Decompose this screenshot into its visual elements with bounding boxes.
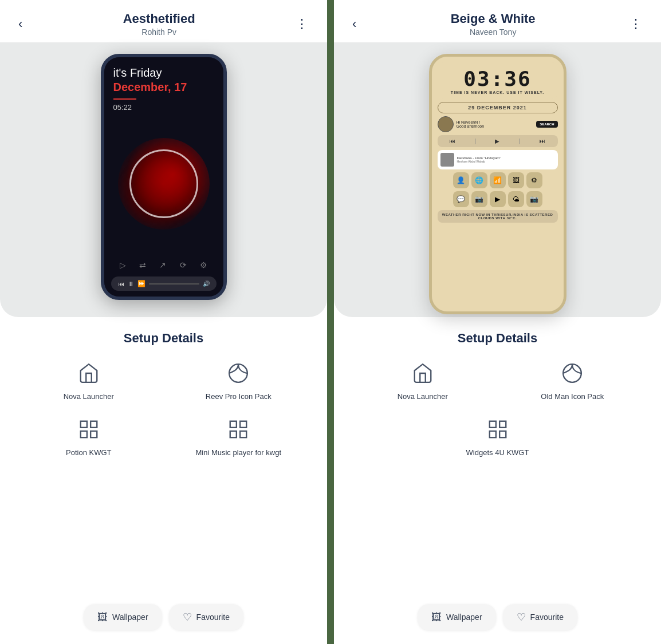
beige-search-button[interactable]: SEARCH <box>536 121 557 128</box>
beige-hi: Hi NaveenN ! <box>457 120 534 124</box>
right-leaf-icon <box>558 359 586 387</box>
left-favourite-label: Favourite <box>196 613 230 622</box>
svg-rect-5 <box>240 421 246 428</box>
left-header: ‹ Aesthetified Rohith Pv ⋮ <box>0 0 327 42</box>
app-icon-chrome: 🌐 <box>471 172 487 188</box>
app-icon-wifi: 📶 <box>490 172 506 188</box>
svg-rect-0 <box>81 421 87 428</box>
beige-avatar <box>438 116 454 132</box>
left-day-text: it's Friday <box>104 57 223 80</box>
beige-icons-row-2: 💬 📷 ▶ 🌤 📷 <box>438 191 558 207</box>
right-favourite-label: Favourite <box>530 613 564 622</box>
left-art <box>104 112 223 256</box>
app-icon-settings: ⚙ <box>526 172 542 188</box>
volume-icon: 🔊 <box>203 280 210 287</box>
svg-rect-4 <box>230 421 237 428</box>
setup-item-reev: Reev Pro Icon Pack <box>168 359 309 402</box>
widget-icon-2 <box>225 416 252 443</box>
right-favourite-button[interactable]: ♡ Favourite <box>503 604 577 630</box>
left-panel: ‹ Aesthetified Rohith Pv ⋮ it's Friday D… <box>0 0 331 644</box>
app-icon-photos: 🖼 <box>508 172 524 188</box>
beige-music-card: Darshana - From "Hridayam" Hesham Abdul … <box>438 150 558 169</box>
beige-sep-1: | <box>475 138 477 144</box>
player-progress <box>149 283 199 285</box>
left-date-prefix: December, <box>113 81 175 93</box>
svg-rect-6 <box>230 431 237 437</box>
right-panel: ‹ Beige & White Naveen Tony ⋮ 03:36 TIME… <box>334 0 661 644</box>
beige-prev-icon: ⏮ <box>450 138 455 144</box>
setup-item-mini-music: Mini Music player for kwgt <box>168 416 309 458</box>
left-setup-section: Setup Details Nova Launcher Reev Pro Ico… <box>0 317 327 595</box>
left-title: Aesthetified <box>27 11 291 26</box>
app-icon-play: ▶ <box>490 191 506 207</box>
settings-icon: ⚙ <box>200 260 207 270</box>
left-phone-area: it's Friday December, 17 05:22 ▷ ⇄ ↗ ⟳ <box>0 42 327 317</box>
beige-tagline: TIME IS NEVER BACK. USE IT WISELY. <box>442 90 553 94</box>
right-setup-item-oldman: Old Man Icon Pack <box>502 359 643 402</box>
left-divider <box>113 98 136 100</box>
right-widget-icon <box>484 416 512 443</box>
right-setup-title: Setup Details <box>352 331 643 346</box>
left-date-highlight: 17 <box>174 81 187 93</box>
right-title: Beige & White <box>361 11 625 26</box>
app-icon-camera: 📷 <box>471 191 487 207</box>
left-art-circle <box>129 149 198 218</box>
setup-label-nova: Nova Launcher <box>64 392 114 402</box>
share-icon: ↗ <box>159 260 166 270</box>
left-wallpaper-button[interactable]: 🖼 Wallpaper <box>84 604 162 630</box>
beige-weather-widget: WEATHER RIGHT NOW IN THRISSUR,INDIA IS S… <box>438 210 558 223</box>
svg-rect-2 <box>81 431 87 437</box>
left-favourite-button[interactable]: ♡ Favourite <box>169 604 243 630</box>
right-phone-mockup: 03:36 TIME IS NEVER BACK. USE IT WISELY.… <box>429 54 566 314</box>
widget-icon-1 <box>75 416 103 443</box>
beige-clock-widget: 03:36 TIME IS NEVER BACK. USE IT WISELY. <box>438 62 558 99</box>
right-back-button[interactable]: ‹ <box>348 14 361 34</box>
left-header-center: Aesthetified Rohith Pv <box>27 11 291 37</box>
setup-item-nova: Nova Launcher <box>18 359 159 402</box>
beige-date-box: 29 DECEMBER 2021 <box>438 102 558 113</box>
left-bottom-bar: 🖼 Wallpaper ♡ Favourite <box>0 595 327 644</box>
right-setup-label-oldman: Old Man Icon Pack <box>541 392 604 402</box>
music-thumbnail <box>440 153 454 167</box>
music-artist: Hesham Abdul Wahab <box>457 160 501 163</box>
beige-player-row: ⏮ | ▶ | ⏭ <box>438 135 558 147</box>
svg-rect-1 <box>91 421 97 428</box>
prev-icon: ⏮ <box>118 280 124 287</box>
repeat-icon: ⟳ <box>180 260 187 270</box>
app-icon-whatsapp: 💬 <box>453 191 469 207</box>
setup-label-reev: Reev Pro Icon Pack <box>206 392 272 402</box>
right-phone-area: 03:36 TIME IS NEVER BACK. USE IT WISELY.… <box>334 42 661 317</box>
setup-label-mini-music: Mini Music player for kwgt <box>195 448 281 458</box>
right-setup-item-nova: Nova Launcher <box>352 359 493 402</box>
wallpaper-icon-right: 🖼 <box>431 611 442 623</box>
right-wallpaper-button[interactable]: 🖼 Wallpaper <box>418 604 496 630</box>
right-bottom-bar: 🖼 Wallpaper ♡ Favourite <box>334 595 661 644</box>
heart-icon-right: ♡ <box>517 611 526 623</box>
beige-next-icon: ⏭ <box>540 138 545 144</box>
left-wallpaper-label: Wallpaper <box>112 613 148 622</box>
right-setup-label-nova: Nova Launcher <box>398 392 448 402</box>
home-icon <box>75 359 103 387</box>
left-setup-title: Setup Details <box>18 331 309 346</box>
app-icon-contacts: 👤 <box>453 172 469 188</box>
svg-rect-7 <box>240 431 246 437</box>
svg-rect-8 <box>489 421 495 428</box>
right-more-button[interactable]: ⋮ <box>625 14 647 34</box>
svg-rect-3 <box>91 431 97 437</box>
beige-icons-row-1: 👤 🌐 📶 🖼 ⚙ <box>438 172 558 188</box>
beige-greet-row: Hi NaveenN ! Good afternoon SEARCH <box>438 116 558 132</box>
beige-greeting: Hi NaveenN ! Good afternoon <box>457 120 534 128</box>
setup-label-potion: Potion KWGT <box>66 448 111 458</box>
left-setup-grid: Nova Launcher Reev Pro Icon Pack Potion … <box>18 359 309 458</box>
left-back-button[interactable]: ‹ <box>14 14 27 34</box>
beige-sep-2: | <box>519 138 521 144</box>
right-setup-item-widgets: Widgets 4U KWGT <box>352 416 643 458</box>
right-wallpaper-label: Wallpaper <box>446 613 482 622</box>
leaf-icon <box>225 359 252 387</box>
right-header-center: Beige & White Naveen Tony <box>361 11 625 37</box>
beige-afternoon: Good afternoon <box>457 124 534 128</box>
heart-icon-left: ♡ <box>183 611 192 623</box>
pause-icon: ⏸ <box>128 280 134 287</box>
left-more-button[interactable]: ⋮ <box>291 14 313 34</box>
fast-forward-icon: ⏩ <box>137 280 145 287</box>
